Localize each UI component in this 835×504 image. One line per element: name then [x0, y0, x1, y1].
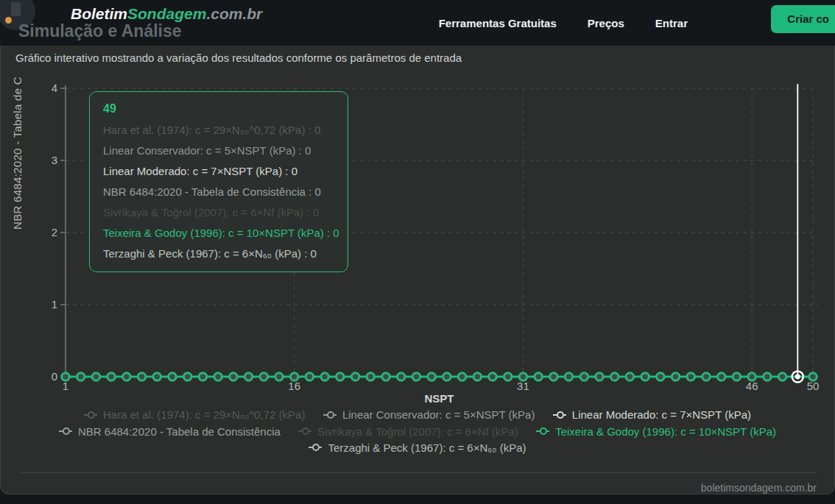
- tooltip-series-row: Hara et al. (1974): c = 29×N₆₀^0,72 (kPa…: [103, 124, 334, 136]
- tooltip-series-row: Linear Moderado: c = 7×NSPT (kPa) : 0: [103, 165, 334, 177]
- chart-tooltip: 49 Hara et al. (1974): c = 29×N₆₀^0,72 (…: [89, 91, 348, 272]
- nav-item-ferramentas[interactable]: Ferramentas Gratuitas: [439, 17, 557, 29]
- data-point[interactable]: [458, 373, 465, 380]
- legend-row: NBR 6484:2020 - Tabela de Consistência S…: [1, 422, 834, 439]
- logo-accent-dot: [5, 17, 12, 24]
- hovered-point-dot: [795, 375, 800, 380]
- data-point[interactable]: [443, 373, 451, 380]
- data-point[interactable]: [306, 373, 313, 380]
- legend-label: Sivrikaya & Toğrol (2007): c = 6×Nf (kPa…: [317, 424, 518, 439]
- data-point[interactable]: [398, 373, 405, 380]
- data-point[interactable]: [275, 373, 283, 380]
- data-point[interactable]: [230, 373, 237, 380]
- data-point[interactable]: [565, 373, 572, 380]
- data-point[interactable]: [244, 373, 252, 380]
- data-point[interactable]: [504, 373, 512, 380]
- data-point[interactable]: [657, 373, 664, 380]
- data-point[interactable]: [62, 373, 69, 380]
- nav-item-entrar[interactable]: Entrar: [655, 17, 688, 29]
- simulation-card: Gráfico interativo mostrando a variação …: [0, 46, 835, 494]
- legend-label: Hara et al. (1974): c = 29×N₆₀^0,72 (kPa…: [103, 407, 305, 422]
- data-point[interactable]: [321, 373, 328, 380]
- data-point[interactable]: [108, 373, 115, 380]
- legend-item-nbr[interactable]: NBR 6484:2020 - Tabela de Consistência: [59, 424, 281, 439]
- data-point[interactable]: [733, 373, 740, 380]
- top-header: BoletimSondagem.com.br Simulação e Análi…: [0, 0, 835, 46]
- data-point[interactable]: [153, 373, 161, 380]
- data-point[interactable]: [718, 373, 725, 380]
- data-point[interactable]: [519, 373, 526, 380]
- data-point[interactable]: [672, 373, 679, 380]
- legend-item-linear-conservador[interactable]: Linear Conservador: c = 5×NSPT (kPa): [323, 407, 535, 422]
- data-point[interactable]: [337, 373, 344, 380]
- legend-marker-icon: [59, 430, 72, 432]
- data-point[interactable]: [809, 373, 817, 380]
- data-point[interactable]: [199, 373, 206, 380]
- chart-description: Gráfico interativo mostrando a variação …: [1, 46, 834, 66]
- data-point[interactable]: [428, 373, 435, 380]
- data-point[interactable]: [382, 373, 390, 380]
- data-point[interactable]: [580, 373, 588, 380]
- nav-item-precos[interactable]: Preços: [588, 17, 624, 29]
- tooltip-series-row: Sivrikaya & Toğrol (2007): c = 6×Nf (kPa…: [103, 206, 334, 219]
- data-point[interactable]: [260, 373, 267, 380]
- data-point[interactable]: [367, 373, 374, 380]
- chart-legend: Hara et al. (1974): c = 29×N₆₀^0,72 (kPa…: [1, 406, 834, 455]
- data-point[interactable]: [412, 373, 420, 380]
- legend-marker-icon: [553, 414, 566, 416]
- y-tick-label: 3: [52, 154, 57, 166]
- y-tick-label: 4: [52, 82, 57, 94]
- legend-label: Terzaghi & Peck (1967): c = 6×N₆₀ (kPa): [328, 440, 526, 455]
- page-title: Simulação e Análise: [18, 21, 182, 41]
- legend-marker-icon: [309, 447, 322, 448]
- legend-item-terzaghi[interactable]: Terzaghi & Peck (1967): c = 6×N₆₀ (kPa): [309, 440, 526, 455]
- legend-item-hara[interactable]: Hara et al. (1974): c = 29×N₆₀^0,72 (kPa…: [84, 407, 305, 422]
- data-point[interactable]: [169, 373, 176, 380]
- tooltip-series-row: Teixeira & Godoy (1996): c = 10×NSPT (kP…: [103, 227, 334, 239]
- legend-marker-icon: [323, 414, 337, 416]
- legend-item-teixeira[interactable]: Teixeira & Godoy (1996): c = 10×NSPT (kP…: [536, 424, 776, 439]
- data-point[interactable]: [77, 373, 85, 380]
- brand-part-bold: Boletim: [71, 5, 127, 22]
- data-point[interactable]: [535, 373, 542, 380]
- data-point[interactable]: [92, 373, 99, 380]
- brand-part-suffix: .com.br: [206, 5, 262, 22]
- data-point[interactable]: [138, 373, 145, 380]
- legend-row: Hara et al. (1974): c = 29×N₆₀^0,72 (kPa…: [1, 406, 834, 422]
- brand-part-accent: Sondagem: [127, 5, 206, 22]
- legend-item-linear-moderado[interactable]: Linear Moderado: c = 7×NSPT (kPa): [553, 407, 751, 422]
- y-tick-label: 1: [52, 298, 57, 310]
- data-point[interactable]: [748, 373, 755, 380]
- create-account-button[interactable]: Criar co: [771, 5, 835, 33]
- data-point[interactable]: [123, 373, 130, 380]
- data-point[interactable]: [641, 373, 649, 380]
- data-point[interactable]: [596, 373, 603, 380]
- logo[interactable]: BoletimSondagem.com.br Simulação e Análi…: [0, 0, 191, 46]
- tooltip-title: 49: [103, 102, 334, 116]
- data-point[interactable]: [702, 373, 710, 380]
- data-point[interactable]: [626, 373, 633, 380]
- data-point[interactable]: [778, 373, 786, 380]
- legend-item-sivrikaya[interactable]: Sivrikaya & Toğrol (2007): c = 6×Nf (kPa…: [298, 424, 518, 439]
- data-point[interactable]: [764, 373, 771, 380]
- data-point[interactable]: [489, 373, 496, 380]
- data-point[interactable]: [550, 373, 557, 380]
- y-tick-label: 0: [52, 370, 57, 383]
- legend-marker-icon: [536, 430, 549, 432]
- data-point[interactable]: [611, 373, 619, 380]
- footer-site-label: boletimsondagem.com.br: [1, 473, 834, 494]
- data-point[interactable]: [291, 373, 298, 380]
- legend-label: Linear Moderado: c = 7×NSPT (kPa): [572, 407, 751, 422]
- y-tick-label: 2: [52, 226, 57, 238]
- legend-marker-icon: [84, 414, 97, 416]
- legend-row: Terzaghi & Peck (1967): c = 6×N₆₀ (kPa): [1, 439, 834, 455]
- x-axis-title: NSPT: [424, 392, 454, 405]
- data-point[interactable]: [473, 373, 481, 380]
- data-point[interactable]: [184, 373, 191, 380]
- data-point[interactable]: [687, 373, 694, 380]
- data-point[interactable]: [351, 373, 359, 380]
- drill-rig-icon: [11, 2, 21, 16]
- legend-label: NBR 6484:2020 - Tabela de Consistência: [78, 424, 281, 439]
- data-point[interactable]: [214, 373, 222, 380]
- tooltip-series-row: Linear Conservador: c = 5×NSPT (kPa) : 0: [103, 144, 334, 157]
